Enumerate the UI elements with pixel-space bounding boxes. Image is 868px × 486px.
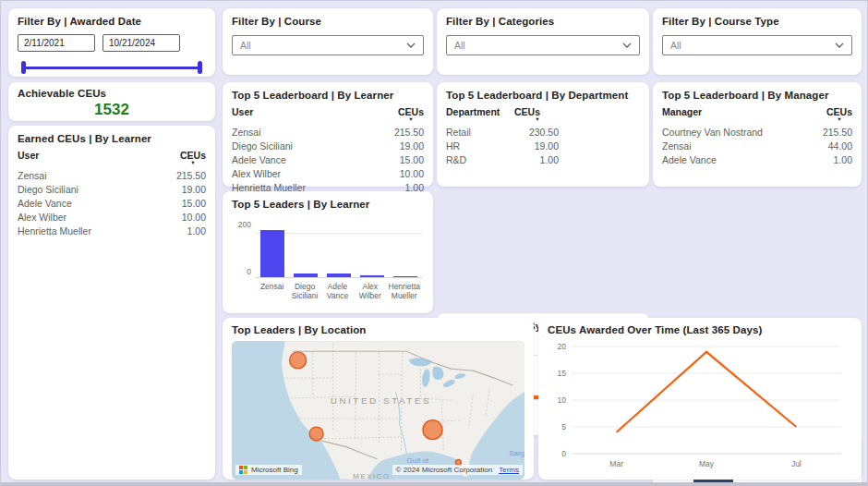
end-date-input[interactable] — [102, 34, 180, 52]
map-label-country: UNITED STATES — [331, 395, 431, 406]
bing-map[interactable]: UNITED STATES Gulf of MEXICO Sarg Micros… — [232, 341, 524, 480]
row-value: 10.00 — [400, 167, 424, 181]
x-axis-label: Diego Siciliani — [288, 283, 320, 300]
table-row[interactable]: Adele Vance15.00 — [18, 197, 206, 211]
bar-henrietta-mueller[interactable] — [393, 276, 417, 277]
row-name: Zensai — [662, 140, 692, 153]
course-dropdown[interactable]: All — [232, 35, 424, 55]
filter-categories-title: Filter By | Categories — [446, 16, 640, 27]
filter-card-awarded-date: Filter By | Awarded Date — [8, 8, 215, 77]
table-row[interactable]: HR19.00 — [446, 140, 640, 153]
row-name: Zensai — [18, 169, 47, 183]
date-range-slider[interactable] — [21, 61, 202, 74]
earned-learner-rows: Zensai215.50Diego Siciliani19.00Adele Va… — [18, 169, 206, 238]
row-name: Alex Wilber — [18, 211, 66, 225]
chevron-down-icon — [406, 43, 416, 48]
column-header-ceus[interactable]: CEUs▼ — [180, 150, 206, 164]
categories-dropdown[interactable]: All — [446, 35, 640, 55]
bar-alex-wilber[interactable] — [360, 275, 384, 277]
row-name: HR — [446, 140, 505, 153]
row-name: Zensai — [232, 126, 261, 140]
map-label-gulf: Gulf of — [407, 456, 429, 465]
bar-learner-title: Top 5 Leaders | By Learner — [232, 199, 424, 210]
filter-course-type-title: Filter By | Course Type — [662, 16, 852, 27]
column-header-manager[interactable]: Manager — [662, 106, 702, 121]
slider-track[interactable] — [23, 67, 200, 69]
column-header-department[interactable]: Department — [446, 106, 512, 121]
start-date-input[interactable] — [18, 34, 95, 52]
map-bubble-southern-california[interactable] — [309, 427, 323, 441]
row-name: Courtney Van Nostrand — [662, 126, 763, 140]
row-name: Diego Siciliani — [18, 183, 78, 197]
sort-descending-icon: ▼ — [826, 117, 852, 121]
bar-learner-plot: 0200 — [256, 225, 422, 278]
map-terms-link[interactable]: Terms — [499, 466, 519, 474]
row-value: 215.50 — [394, 126, 424, 140]
kpi-title: Achievable CEUs — [18, 88, 206, 99]
table-row[interactable]: Diego Siciliani19.00 — [18, 183, 206, 197]
table-row[interactable]: Zensai215.50 — [18, 169, 206, 183]
sort-descending-icon: ▼ — [180, 161, 206, 164]
row-name: Adele Vance — [662, 153, 717, 167]
table-row[interactable]: Alex Wilber10.00 — [18, 211, 206, 225]
map-attribution-chip: © 2024 Microsoft Corporation Terms — [392, 465, 523, 475]
table-row[interactable]: Henrietta Mueller1.00 — [18, 225, 206, 238]
row-name: Diego Siciliani — [232, 140, 293, 153]
filter-card-categories: Filter By | Categories All — [437, 8, 649, 75]
table-row[interactable]: Zensai44.00 — [662, 140, 852, 153]
column-header-ceus[interactable]: CEUs▼ — [826, 106, 852, 121]
table-row[interactable]: R&D1.00 — [446, 153, 640, 167]
ceus-trend-line — [617, 352, 797, 432]
chevron-down-icon — [622, 43, 632, 48]
bar-adele-vance[interactable] — [327, 273, 351, 277]
slider-handle-start[interactable] — [21, 61, 26, 74]
categories-dropdown-value: All — [454, 40, 465, 51]
row-value: 44.00 — [828, 140, 852, 153]
line-chart-plot: 05101520MarMayJul — [548, 339, 852, 478]
table-row[interactable]: Alex Wilber10.00 — [232, 167, 424, 181]
row-value: 1.00 — [834, 153, 852, 167]
table-row[interactable]: Courtney Van Nostrand215.50 — [662, 126, 852, 140]
map-bubble-pacific-northwest[interactable] — [290, 352, 307, 369]
column-header-user[interactable]: User — [232, 106, 253, 121]
course-dropdown-value: All — [240, 40, 251, 51]
slider-handle-end[interactable] — [198, 61, 202, 74]
y-axis-tick: 20 — [558, 342, 567, 351]
row-value: 215.50 — [823, 126, 852, 140]
map-title: Top Leaders | By Location — [232, 324, 524, 335]
x-axis-label: Jul — [791, 459, 802, 468]
x-axis-label: Henrietta Mueller — [387, 283, 423, 300]
row-name: Retail — [446, 126, 505, 140]
x-axis-label: Mar — [609, 459, 623, 468]
column-header-user[interactable]: User — [18, 150, 39, 164]
row-value: 15.00 — [400, 153, 424, 167]
filter-card-course-type: Filter By | Course Type All — [653, 8, 862, 75]
column-header-ceus[interactable]: CEUs▼ — [512, 106, 561, 121]
x-axis-label: Zensai — [256, 283, 288, 300]
top5-manager-title: Top 5 Leaderboard | By Manager — [662, 90, 852, 101]
row-value: 10.00 — [182, 211, 206, 225]
bar-zensai[interactable] — [260, 230, 284, 277]
row-value: 230.50 — [505, 126, 559, 140]
top5-department-rows: Retail230.50HR19.00R&D1.00 — [446, 126, 640, 167]
y-axis-tick: 15 — [558, 369, 567, 378]
bar-chart-card-top5-learner: Top 5 Leaders | By Learner 0200 ZensaiDi… — [223, 191, 433, 313]
table-row[interactable]: Retail230.50 — [446, 126, 640, 140]
column-header-ceus[interactable]: CEUs▼ — [398, 106, 424, 121]
row-value: 1.00 — [505, 153, 559, 167]
table-row[interactable]: Diego Siciliani19.00 — [232, 140, 424, 153]
x-axis-label: Alex Wilber — [354, 283, 386, 300]
table-row[interactable]: Adele Vance15.00 — [232, 153, 424, 167]
dashboard: Filter By | Awarded Date Filter By | Cou… — [0, 0, 868, 486]
table-row[interactable]: Adele Vance1.00 — [662, 153, 852, 167]
bar-diego-siciliani[interactable] — [294, 273, 318, 278]
filter-card-course: Filter By | Course All — [223, 8, 433, 75]
map-bubble-southeast-us[interactable] — [423, 420, 442, 440]
row-value: 19.00 — [505, 140, 559, 153]
course-type-dropdown[interactable]: All — [662, 35, 852, 55]
sort-descending-icon: ▼ — [514, 117, 561, 121]
map-copyright: © 2024 Microsoft Corporation — [396, 466, 493, 474]
table-card-top5-department: Top 5 Leaderboard | By Department Depart… — [437, 82, 649, 187]
chevron-down-icon — [835, 43, 844, 48]
table-row[interactable]: Zensai215.50 — [232, 126, 424, 140]
